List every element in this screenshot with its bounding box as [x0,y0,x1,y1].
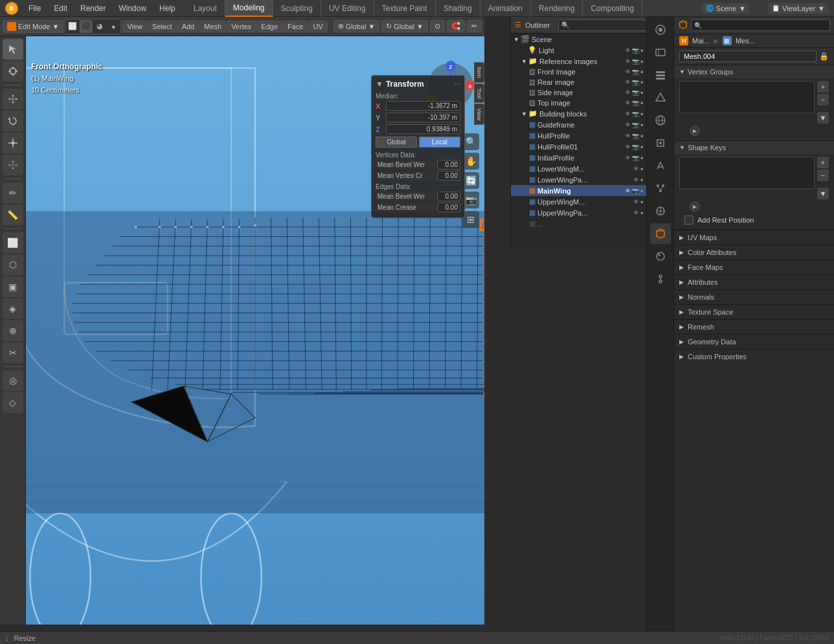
output-tab[interactable] [650,42,671,63]
smooth-tool[interactable]: ◎ [3,370,23,391]
z-value[interactable]: 0.93849 m [386,124,460,134]
tree-item-scene-root[interactable]: ▼ 🎬 Scene [511,34,646,45]
vg-remove-btn[interactable]: − [817,94,829,105]
tree-item-top-image[interactable]: 🖼 Top image 👁 📷 ● [511,98,646,108]
remesh-section[interactable]: Remesh [674,319,834,334]
snap-btn[interactable]: 🧲 [447,20,465,32]
light-vis-icon[interactable]: 👁 [625,47,631,54]
vg-extra-btn[interactable]: ▼ [817,112,829,124]
side-tab-view[interactable]: View [474,104,484,125]
add-cube-tool[interactable]: ⬜ [3,232,23,253]
menu-window[interactable]: Window [116,3,149,14]
tree-item-guideframe[interactable]: ▦ Guideframe 👁 📷 ● [511,119,646,130]
edge-menu-btn[interactable]: Edge [256,21,282,32]
texture-space-section[interactable]: Texture Space [674,304,834,319]
vertex-groups-header[interactable]: Vertex Groups [674,65,834,78]
mean-vertex-cr-value[interactable]: 0.00 [437,171,460,181]
inset-tool[interactable]: ▣ [3,276,23,297]
menu-edit[interactable]: Edit [51,3,70,14]
annotate-tool[interactable]: ✏ [3,183,23,203]
sk-extra-btn[interactable]: ▼ [817,188,829,199]
scene-selector[interactable]: 🌐 Scene ▼ [702,3,750,14]
add-rest-position-checkbox[interactable] [684,216,693,225]
tab-uv-editing[interactable]: UV Editing [321,0,374,17]
tree-item-hullprofile[interactable]: ▦ HullProfile 👁 📷 ● [511,130,646,141]
data-tab[interactable] [650,223,671,244]
material-shading[interactable]: ◕ [93,20,106,33]
ref-render-icon[interactable]: ● [640,58,644,65]
transform-collapse-btn[interactable]: ▼ [376,80,383,89]
geometry-data-section[interactable]: Geometry Data [674,334,834,349]
tree-item-extra[interactable]: ▦ ... [511,218,646,229]
ref-cam-icon[interactable]: 📷 [632,58,639,65]
side-tab-tool[interactable]: Tool [474,83,484,104]
menu-file[interactable]: File [26,3,43,14]
bevel-tool[interactable]: ◈ [3,298,23,319]
material-tab[interactable] [650,246,671,267]
knife-tool[interactable]: ✂ [3,342,23,363]
x-value[interactable]: -1.3672 m [386,101,460,111]
tab-modeling[interactable]: Modeling [225,0,273,17]
cursor-tool[interactable] [3,61,23,82]
shear-tool[interactable]: ◇ [3,392,23,413]
color-attributes-section[interactable]: Color Attributes [674,245,834,260]
tab-layout[interactable]: Layout [186,0,225,17]
loop-cut-tool[interactable]: ⊕ [3,320,23,341]
uv-menu-btn[interactable]: UV [309,21,328,32]
attributes-section[interactable]: Attributes [674,274,834,289]
annotate-btn[interactable]: ✏ [467,20,482,32]
vg-play-btn[interactable]: ▶ [690,126,700,136]
render-tab[interactable] [650,19,671,40]
tree-item-rear-image[interactable]: 🖼 Rear image 👁 📷 ● [511,77,646,87]
select-menu-btn[interactable]: Select [148,21,177,32]
3d-viewport[interactable]: Front Orthographic (1) MainWing 10 Centi… [26,36,484,625]
tree-item-hullprofile01[interactable]: ▦ HullProfile01 👁 📷 ● [511,141,646,152]
sk-play-btn[interactable]: ▶ [690,201,700,212]
mode-selector[interactable]: Edit Mode ▼ [3,20,63,33]
tree-item-upperwingpa[interactable]: ▦ UpperWingPa... 👁 ● [511,207,646,218]
face-menu-btn[interactable]: Face [283,21,308,32]
custom-properties-section[interactable]: Custom Properties [674,349,834,364]
props-search[interactable] [691,19,830,31]
rendered-shading[interactable]: ● [107,20,120,33]
tree-item-lowerwingm[interactable]: ▦ LowerWingM... 👁 ● [511,163,646,174]
view-menu-btn[interactable]: View [122,21,147,32]
mean-bevel-wei-v-value[interactable]: 0.00 [437,160,460,170]
tab-compositing[interactable]: Compositing [583,0,642,17]
mean-bevel-wei-e-value[interactable]: 0.00 [437,192,460,201]
tree-item-building-blocks[interactable]: ▼ 📁 Building blocks 👁 📷 ● [511,108,646,119]
vg-add-btn[interactable]: + [817,81,829,93]
tree-item-ref-images[interactable]: ▼ 📁 Reference images 👁 📷 ● [511,56,646,67]
mesh-lock-btn[interactable]: 🔒 [819,52,829,61]
y-value[interactable]: -10.397 m [386,113,460,122]
sk-add-btn[interactable]: + [817,157,829,168]
world-tab[interactable] [650,110,671,131]
constraints-tab[interactable] [650,269,671,289]
normals-section[interactable]: Normals [674,289,834,304]
move-tool[interactable] [3,89,23,109]
tab-animation[interactable]: Animation [480,0,531,17]
solid-shading[interactable]: ⬛ [80,20,93,33]
side-tab-item[interactable]: Item [474,62,484,83]
proportional-editing[interactable]: ⊙ [430,20,445,32]
uv-maps-section[interactable]: UV Maps [674,230,834,245]
object-tab[interactable] [650,133,671,153]
tree-item-mainwing[interactable]: ▦ MainWing 👁 📷 ● [511,185,646,196]
menu-help[interactable]: Help [157,3,178,14]
vertex-menu-btn[interactable]: Vertex [227,21,256,32]
tab-sculpting[interactable]: Sculpting [273,0,321,17]
scene-tab[interactable] [650,87,671,108]
tree-item-initialprofile[interactable]: ▦ InitialProfile 👁 📷 ● [511,152,646,163]
view-layer-tab[interactable] [650,65,671,85]
mean-crease-value[interactable]: 0.00 [437,203,460,212]
light-cam-icon[interactable]: 📷 [632,47,639,54]
tab-texture-paint[interactable]: Texture Paint [374,0,436,17]
light-render-icon[interactable]: ● [640,47,644,54]
ref-vis-icon[interactable]: 👁 [625,58,631,65]
select-tool[interactable] [3,39,23,60]
global-space-btn[interactable]: Global [376,137,417,148]
tree-item-side-image[interactable]: 🖼 Side image 👁 📷 ● [511,87,646,98]
measure-tool[interactable]: 📏 [3,205,23,225]
local-space-btn[interactable]: Local [419,137,460,148]
sk-remove-btn[interactable]: − [817,170,829,181]
